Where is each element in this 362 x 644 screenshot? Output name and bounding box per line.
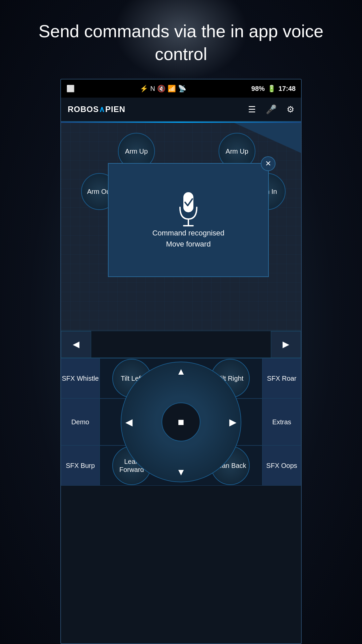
- wifi-icon: 📶: [168, 85, 176, 93]
- header-title: Send commands via the in app voice contr…: [0, 20, 362, 65]
- nav-center: [91, 331, 271, 358]
- signal-icon: 📡: [178, 85, 186, 93]
- stop-icon: ■: [178, 416, 184, 428]
- dpad-stop-btn[interactable]: ■: [162, 402, 200, 441]
- dpad-right-btn[interactable]: ▶: [229, 417, 237, 428]
- row2-center: ▲ ◀ ■ ▶ ▼: [100, 398, 262, 445]
- phone-frame: ⬜ ⚡ N 🔇 📶 📡 98% 🔋 17:48 ROBOS∧PIEN ☰ 🎤 ⚙: [60, 79, 302, 644]
- dpad-up-btn[interactable]: ▲: [176, 366, 186, 377]
- dpad: ▲ ◀ ■ ▶ ▼: [121, 362, 241, 482]
- nav-row: ◀ ▶: [61, 331, 301, 358]
- battery-icon: 🔋: [267, 85, 276, 93]
- battery-percent: 98%: [251, 85, 265, 93]
- nav-right-btn[interactable]: ▶: [271, 331, 301, 358]
- mute-icon: 🔇: [157, 85, 166, 93]
- dpad-left-btn[interactable]: ◀: [125, 417, 133, 428]
- extras-btn[interactable]: Extras: [262, 398, 301, 445]
- mic-icon[interactable]: 🎤: [266, 104, 277, 115]
- dpad-down-btn[interactable]: ▼: [176, 467, 186, 478]
- nfc-icon: N: [150, 85, 155, 93]
- app-logo: ROBOS∧PIEN: [68, 105, 125, 114]
- nav-left-btn[interactable]: ◀: [61, 331, 91, 358]
- command-line2: Move forward: [152, 238, 224, 250]
- main-content: Arm Up Arm Up Arm Out Arm In Arm Out Arm…: [61, 123, 301, 331]
- demo-btn[interactable]: Demo: [61, 398, 100, 445]
- app-bar-icons: ☰ 🎤 ⚙: [248, 104, 294, 115]
- settings-icon[interactable]: ⚙: [287, 104, 294, 115]
- status-bar: ⬜ ⚡ N 🔇 📶 📡 98% 🔋 17:48: [61, 79, 301, 98]
- app-bar: ROBOS∧PIEN ☰ 🎤 ⚙: [61, 98, 301, 122]
- sfx-oops-btn[interactable]: SFX Oops: [262, 445, 301, 486]
- close-button[interactable]: ✕: [261, 156, 276, 171]
- voice-command-text: Command recognised Move forward: [152, 227, 224, 250]
- command-line1: Command recognised: [152, 227, 224, 238]
- sfx-whistle-btn[interactable]: SFX Whistle: [61, 358, 100, 398]
- sfx-roar-btn[interactable]: SFX Roar: [262, 358, 301, 398]
- bottom-control-grid: SFX Whistle Tilt Left ▲ Tilt Right SFX R…: [61, 358, 301, 486]
- clock: 17:48: [279, 85, 296, 93]
- menu-icon[interactable]: ☰: [248, 104, 256, 115]
- mic-graphic: [175, 191, 202, 227]
- bt-icon: ⚡: [140, 85, 148, 93]
- screen-icon: ⬜: [66, 85, 75, 93]
- sfx-burp-btn[interactable]: SFX Burp: [61, 445, 100, 486]
- voice-overlay: ✕ Command recognised Move forward: [108, 163, 269, 277]
